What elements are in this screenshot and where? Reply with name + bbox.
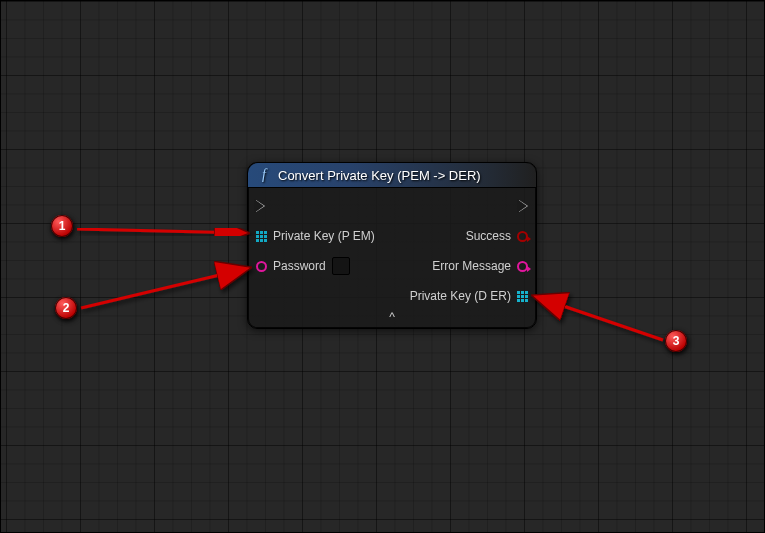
annotation-badge-2: 2 — [55, 297, 77, 319]
struct-pin-icon — [517, 291, 528, 302]
node-header[interactable]: f Convert Private Key (PEM -> DER) — [248, 163, 536, 188]
node-title: Convert Private Key (PEM -> DER) — [278, 168, 481, 183]
string-pin-icon — [517, 261, 528, 272]
exec-out-pin[interactable] — [519, 196, 528, 216]
function-icon: f — [258, 167, 270, 183]
svg-line-1 — [81, 268, 249, 308]
bool-pin-icon — [517, 231, 528, 242]
pin-label: Private Key (P EM) — [273, 229, 375, 243]
pin-label: Error Message — [432, 259, 511, 273]
chevron-up-icon: ^ — [389, 310, 395, 324]
exec-triangle-icon — [256, 200, 265, 212]
pin-label: Password — [273, 259, 326, 273]
output-pin-error-message[interactable]: Error Message — [432, 256, 528, 276]
node-body: Private Key (P EM) Password Success — [248, 188, 536, 310]
node-expand-toggle[interactable]: ^ — [248, 310, 536, 328]
blueprint-graph-viewport[interactable]: f Convert Private Key (PEM -> DER) Priva… — [0, 0, 765, 533]
struct-pin-icon — [256, 231, 267, 242]
annotation-badge-1: 1 — [51, 215, 73, 237]
annotation-badge-3: 3 — [665, 330, 687, 352]
output-pin-private-key-der[interactable]: Private Key (D ER) — [410, 286, 528, 306]
node-inputs-column: Private Key (P EM) Password — [256, 196, 375, 306]
node-outputs-column: Success Error Message Private Key (D ER) — [410, 196, 528, 306]
input-pin-private-key-pem[interactable]: Private Key (P EM) — [256, 226, 375, 246]
password-inline-input[interactable] — [332, 257, 350, 275]
output-pin-success[interactable]: Success — [466, 226, 528, 246]
input-pin-password[interactable]: Password — [256, 256, 350, 276]
node-convert-private-key[interactable]: f Convert Private Key (PEM -> DER) Priva… — [247, 162, 537, 329]
pin-label: Success — [466, 229, 511, 243]
exec-in-pin[interactable] — [256, 196, 265, 216]
string-pin-icon — [256, 261, 267, 272]
exec-triangle-icon — [519, 200, 528, 212]
pin-label: Private Key (D ER) — [410, 289, 511, 303]
svg-line-2 — [534, 296, 663, 340]
svg-line-0 — [77, 229, 247, 233]
